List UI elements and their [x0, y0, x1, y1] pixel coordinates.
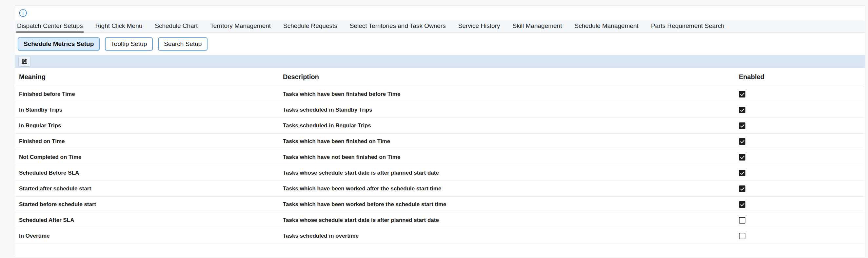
description-cell: Tasks scheduled in Regular Trips: [279, 122, 735, 129]
table-row: Finished on TimeTasks which have been fi…: [15, 134, 865, 149]
meaning-cell: Started before schedule start: [15, 201, 279, 208]
table-row: Started after schedule startTasks which …: [15, 181, 865, 197]
table-header-row: Meaning Description Enabled: [15, 68, 865, 86]
description-cell: Tasks whose schedule start date is after…: [279, 217, 735, 224]
dispatch-center-panel: ⓘ Dispatch Center SetupsRight Click Menu…: [15, 6, 865, 257]
enabled-cell: [735, 138, 865, 145]
header-description: Description: [279, 73, 735, 81]
header-meaning: Meaning: [15, 73, 279, 81]
enabled-cell: [735, 91, 865, 97]
description-cell: Tasks which have been finished before Ti…: [279, 91, 735, 97]
description-cell: Tasks scheduled in Standby Trips: [279, 107, 735, 113]
table-row: In Regular TripsTasks scheduled in Regul…: [15, 118, 865, 134]
enabled-checkbox[interactable]: [739, 233, 745, 239]
table-row: Finished before TimeTasks which have bee…: [15, 86, 865, 102]
description-cell: Tasks scheduled in overtime: [279, 233, 735, 239]
meaning-cell: In Overtime: [15, 233, 279, 239]
meaning-cell: Finished before Time: [15, 91, 279, 97]
info-icon[interactable]: ⓘ: [19, 9, 27, 17]
enabled-checkbox[interactable]: [739, 201, 745, 208]
meaning-cell: Not Completed on Time: [15, 154, 279, 161]
table-row: In OvertimeTasks scheduled in overtime: [15, 228, 865, 244]
enabled-checkbox[interactable]: [739, 154, 745, 161]
enabled-cell: [735, 185, 865, 192]
meaning-cell: Started after schedule start: [15, 185, 279, 192]
tab-schedule-requests[interactable]: Schedule Requests: [283, 20, 338, 32]
enabled-cell: [735, 233, 865, 239]
description-cell: Tasks which have not been finished on Ti…: [279, 154, 735, 161]
enabled-checkbox[interactable]: [739, 91, 745, 97]
table-row: In Standby TripsTasks scheduled in Stand…: [15, 102, 865, 118]
tab-right-click-menu[interactable]: Right Click Menu: [95, 20, 143, 32]
enabled-cell: [735, 154, 865, 161]
meaning-cell: Finished on Time: [15, 138, 279, 145]
table-row: Not Completed on TimeTasks which have no…: [15, 149, 865, 165]
enabled-cell: [735, 201, 865, 208]
tab-bar: Dispatch Center SetupsRight Click MenuSc…: [15, 20, 865, 33]
enabled-cell: [735, 217, 865, 224]
table-body: Finished before TimeTasks which have bee…: [15, 86, 865, 244]
tab-skill-management[interactable]: Skill Management: [512, 20, 562, 32]
enabled-checkbox[interactable]: [739, 107, 745, 113]
tab-service-history[interactable]: Service History: [458, 20, 501, 32]
description-cell: Tasks which have been worked after the s…: [279, 185, 735, 192]
meaning-cell: In Regular Trips: [15, 122, 279, 129]
tab-schedule-chart[interactable]: Schedule Chart: [154, 20, 198, 32]
search-setup-button[interactable]: Search Setup: [158, 37, 208, 51]
header-enabled: Enabled: [735, 73, 865, 81]
meaning-cell: In Standby Trips: [15, 107, 279, 113]
enabled-cell: [735, 170, 865, 176]
enabled-checkbox[interactable]: [739, 122, 745, 129]
save-button[interactable]: [18, 56, 31, 67]
save-icon: [21, 58, 28, 65]
enabled-checkbox[interactable]: [739, 170, 745, 176]
tab-dispatch-center-setups[interactable]: Dispatch Center Setups: [17, 20, 84, 32]
setup-button-row: Schedule Metrics SetupTooltip SetupSearc…: [15, 33, 865, 55]
description-cell: Tasks whose schedule start date is after…: [279, 170, 735, 176]
table-row: Scheduled Before SLATasks whose schedule…: [15, 165, 865, 181]
table-row: Started before schedule startTasks which…: [15, 197, 865, 212]
tooltip-setup-button[interactable]: Tooltip Setup: [105, 37, 153, 51]
enabled-checkbox[interactable]: [739, 138, 745, 145]
meaning-cell: Scheduled Before SLA: [15, 170, 279, 176]
tab-parts-requirement-search[interactable]: Parts Requirement Search: [650, 20, 725, 32]
description-cell: Tasks which have been finished on Time: [279, 138, 735, 145]
enabled-checkbox[interactable]: [739, 217, 745, 224]
table-row: Scheduled After SLATasks whose schedule …: [15, 212, 865, 228]
meaning-cell: Scheduled After SLA: [15, 217, 279, 224]
tab-territory-management[interactable]: Territory Management: [210, 20, 271, 32]
description-cell: Tasks which have been worked before the …: [279, 201, 735, 208]
info-row: ⓘ: [15, 6, 865, 20]
toolbar: [15, 55, 865, 68]
schedule-metrics-setup-button[interactable]: Schedule Metrics Setup: [18, 37, 100, 51]
enabled-cell: [735, 107, 865, 113]
tab-select-territories-and-task-owners[interactable]: Select Territories and Task Owners: [349, 20, 446, 32]
enabled-cell: [735, 122, 865, 129]
tab-schedule-management[interactable]: Schedule Management: [574, 20, 639, 32]
enabled-checkbox[interactable]: [739, 185, 745, 192]
